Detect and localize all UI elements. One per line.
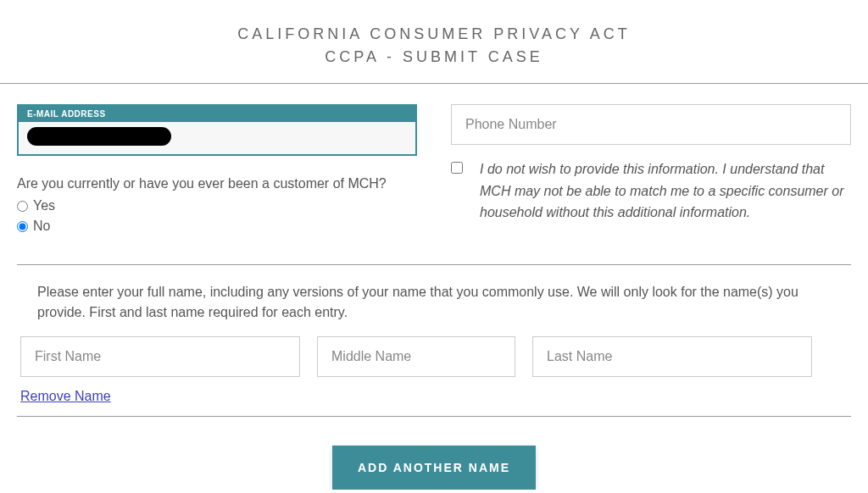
no-info-checkbox[interactable]	[451, 162, 463, 174]
top-row: E-MAIL ADDRESS Are you currently or have…	[17, 104, 851, 239]
button-row: ADD ANOTHER NAME	[17, 446, 851, 490]
email-input[interactable]	[19, 122, 415, 154]
page-subtitle: CCPA - SUBMIT CASE	[0, 48, 868, 66]
phone-input[interactable]	[451, 104, 851, 145]
radio-yes[interactable]: Yes	[17, 198, 417, 213]
email-group: E-MAIL ADDRESS	[17, 104, 417, 156]
name-instructions: Please enter your full name, including a…	[17, 265, 851, 336]
no-info-checkbox-row: I do not wish to provide this informatio…	[451, 158, 851, 224]
radio-no-input[interactable]	[17, 221, 28, 232]
page-header: CALIFORNIA CONSUMER PRIVACY ACT CCPA - S…	[0, 0, 868, 84]
radio-no[interactable]: No	[17, 219, 417, 234]
middle-name-input[interactable]	[317, 336, 515, 377]
remove-name-link[interactable]: Remove Name	[20, 389, 111, 404]
email-label: E-MAIL ADDRESS	[19, 106, 415, 122]
form-container: E-MAIL ADDRESS Are you currently or have…	[0, 104, 868, 490]
customer-question: Are you currently or have you ever been …	[17, 176, 417, 191]
radio-yes-input[interactable]	[17, 201, 28, 212]
radio-no-label: No	[33, 219, 50, 234]
add-another-name-button[interactable]: ADD ANOTHER NAME	[332, 446, 536, 490]
first-name-input[interactable]	[20, 336, 300, 377]
page-title: CALIFORNIA CONSUMER PRIVACY ACT	[0, 25, 868, 43]
customer-radio-group: Yes No	[17, 198, 417, 234]
no-info-text: I do not wish to provide this informatio…	[480, 158, 851, 224]
last-name-input[interactable]	[532, 336, 812, 377]
email-value-redacted	[27, 127, 171, 146]
section-divider-bottom	[17, 416, 851, 417]
name-inputs-row	[17, 336, 851, 377]
radio-yes-label: Yes	[33, 198, 55, 213]
